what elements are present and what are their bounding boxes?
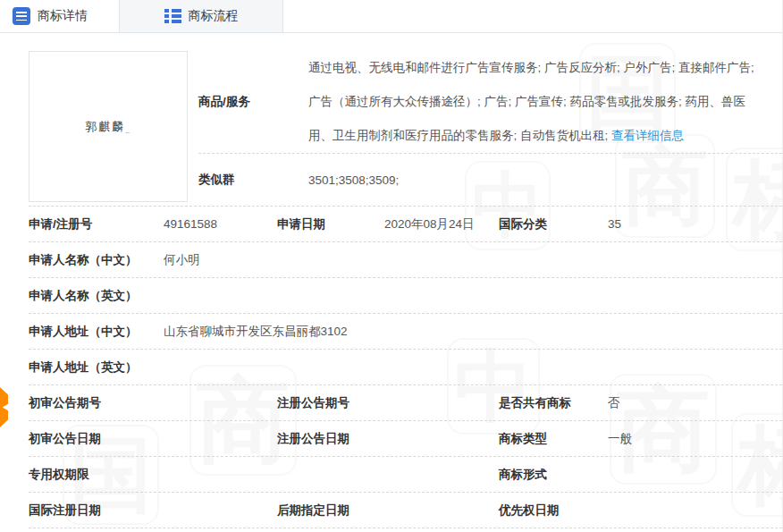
tab-trademark-details[interactable]: 商标详情 bbox=[0, 0, 119, 32]
field-value: 山东省聊城市开发区东昌丽都3102 bbox=[164, 324, 782, 340]
table-row: 初审公告期号 注册公告期号 是否共有商标 否 bbox=[29, 385, 782, 421]
view-details-link[interactable]: 查看详细信息 bbox=[611, 129, 684, 142]
field-label: 注册公告期号 bbox=[277, 395, 384, 411]
field-label: 是否共有商标 bbox=[499, 395, 608, 411]
tab-flow-label: 商标流程 bbox=[189, 8, 239, 24]
goods-line: 广告（通过所有大众传播途径）; 广告; 广告宣传; 药品零售或批发服务; 药用、… bbox=[308, 85, 782, 119]
table-row: 国际注册日期 后期指定日期 优先权日期 bbox=[29, 493, 782, 528]
field-label: 申请人地址（中文） bbox=[29, 324, 164, 340]
field-label: 申请/注册号 bbox=[29, 216, 164, 232]
field-label: 商标形式 bbox=[499, 467, 608, 483]
field-value: 2020年08月24日 bbox=[384, 216, 499, 232]
field-label: 优先权日期 bbox=[499, 502, 608, 519]
field-label: 国际分类 bbox=[499, 216, 608, 232]
table-row: 申请人地址（英文） bbox=[29, 350, 782, 385]
goods-line-text: 用、卫生用制剂和医疗用品的零售服务; 自动售货机出租; bbox=[308, 129, 611, 142]
field-label: 注册公告日期 bbox=[277, 431, 384, 447]
goods-label: 商品/服务 bbox=[198, 51, 308, 153]
field-label: 申请人名称（英文） bbox=[29, 288, 164, 304]
similar-group-label: 类似群 bbox=[198, 172, 308, 188]
field-value: 一般 bbox=[608, 431, 782, 447]
trademark-detail-page: 国 商 标 中 商 国 商 标 中 商标详情 商标流程 郭麒麟 商品/服务 bbox=[0, 0, 783, 532]
field-label: 初审公告日期 bbox=[29, 431, 164, 447]
tab-details-label: 商标详情 bbox=[38, 8, 88, 24]
field-value: 49161588 bbox=[164, 217, 277, 231]
goods-text: 通过电视、无线电和邮件进行广告宣传服务; 广告反应分析; 户外广告; 直接邮件广… bbox=[308, 51, 782, 153]
field-label: 申请日期 bbox=[277, 216, 384, 232]
field-label: 专用权期限 bbox=[29, 467, 164, 483]
goods-info: 商品/服务 通过电视、无线电和邮件进行广告宣传服务; 广告反应分析; 户外广告;… bbox=[198, 51, 782, 206]
field-value: 否 bbox=[608, 395, 782, 411]
tab-bar: 商标详情 商标流程 bbox=[0, 0, 782, 33]
table-row: 申请人地址（中文） 山东省聊城市开发区东昌丽都3102 bbox=[29, 314, 782, 350]
detail-content: 郭麒麟 商品/服务 通过电视、无线电和邮件进行广告宣传服务; 广告反应分析; 户… bbox=[0, 33, 782, 528]
goods-section: 郭麒麟 商品/服务 通过电视、无线电和邮件进行广告宣传服务; 广告反应分析; 户… bbox=[29, 51, 782, 207]
field-value: 何小明 bbox=[164, 252, 782, 268]
field-label: 申请人名称（中文） bbox=[29, 252, 164, 268]
similar-group-value: 3501;3508;3509; bbox=[308, 173, 399, 187]
field-value: 35 bbox=[608, 217, 782, 231]
table-row: 申请人名称（中文） 何小明 bbox=[29, 242, 782, 278]
detail-table: 申请/注册号 49161588 申请日期 2020年08月24日 国际分类 35… bbox=[29, 207, 782, 528]
tab-trademark-flow[interactable]: 商标流程 bbox=[119, 0, 283, 32]
table-row: 申请/注册号 49161588 申请日期 2020年08月24日 国际分类 35 bbox=[29, 207, 782, 242]
trademark-image-text: 郭麒麟 bbox=[85, 119, 131, 135]
field-label: 后期指定日期 bbox=[277, 502, 384, 519]
goods-row: 商品/服务 通过电视、无线电和邮件进行广告宣传服务; 广告反应分析; 户外广告;… bbox=[198, 51, 782, 153]
trademark-image: 郭麒麟 bbox=[29, 51, 188, 202]
similar-group-row: 类似群 3501;3508;3509; bbox=[198, 154, 782, 206]
goods-line: 用、卫生用制剂和医疗用品的零售服务; 自动售货机出租; 查看详细信息 bbox=[308, 119, 782, 153]
table-row: 初审公告日期 注册公告日期 商标类型 一般 bbox=[29, 421, 782, 457]
flow-icon bbox=[164, 9, 181, 23]
field-label: 国际注册日期 bbox=[29, 502, 164, 519]
field-label: 商标类型 bbox=[499, 431, 608, 447]
table-row: 专用权期限 商标形式 bbox=[29, 457, 782, 493]
list-icon bbox=[13, 7, 30, 25]
field-label: 申请人地址（英文） bbox=[29, 359, 164, 376]
table-row: 申请人名称（英文） bbox=[29, 278, 782, 314]
goods-line: 通过电视、无线电和邮件进行广告宣传服务; 广告反应分析; 户外广告; 直接邮件广… bbox=[308, 51, 782, 85]
field-label: 初审公告期号 bbox=[29, 395, 164, 411]
